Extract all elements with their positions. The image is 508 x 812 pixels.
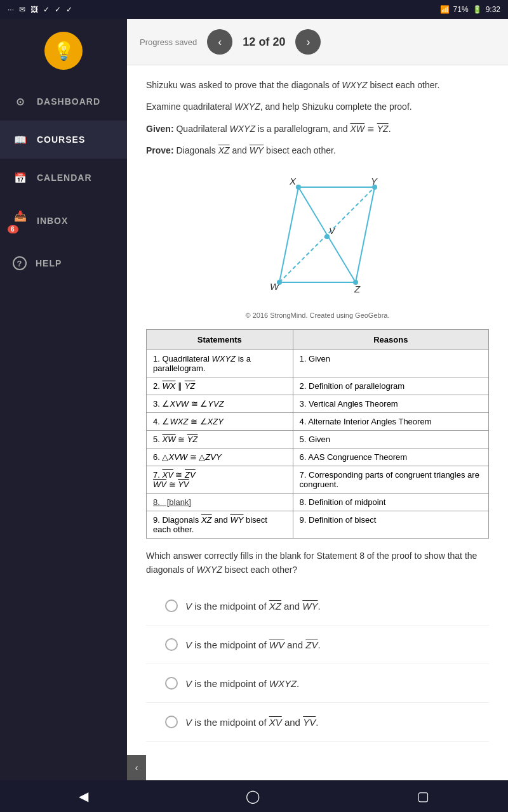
- check3-icon: ✓: [66, 5, 72, 14]
- table-row: 2. WX ∥ YZ 2. Definition of parallelogra…: [147, 377, 489, 395]
- sidebar-item-dashboard[interactable]: ⊙ DASHBOARD: [0, 82, 127, 121]
- reason-4: 4. Alternate Interior Angles Theorem: [293, 412, 488, 430]
- prove-text: Prove: Diagonals XZ and WY bisect each o…: [146, 143, 489, 157]
- radio-b[interactable]: [165, 638, 178, 651]
- calendar-icon: 📅: [13, 170, 28, 185]
- reason-8: 8. Definition of midpoint: [293, 493, 488, 511]
- prev-button[interactable]: ‹: [207, 29, 232, 55]
- option-b[interactable]: V is the midpoint of WV and ZV.: [146, 625, 489, 664]
- dashboard-icon: ⊙: [13, 94, 28, 109]
- sidebar-item-inbox[interactable]: 📥 6 INBOX: [0, 197, 127, 245]
- geometry-figure: X Y W Z V © 2016 StrongMind. Created usi…: [146, 168, 489, 319]
- lesson-content: Shizuku was asked to prove that the diag…: [127, 65, 508, 780]
- dots-icon: ···: [8, 5, 14, 14]
- svg-point-13: [372, 185, 377, 190]
- inbox-label: INBOX: [37, 216, 68, 226]
- statement-3: 3. ∠XVW ≅ ∠YVZ: [147, 395, 293, 412]
- status-left: ··· ✉ 🖼 ✓ ✓ ✓: [8, 5, 72, 14]
- option-a-text: V is the midpoint of XZ and WY.: [185, 601, 321, 612]
- progress-saved-text: Progress saved: [140, 37, 197, 47]
- wifi-icon: 📶: [440, 5, 450, 14]
- battery-level: 71%: [453, 5, 469, 14]
- statement-8: 8. [blank]: [147, 493, 293, 511]
- statement-4: 4. ∠WXZ ≅ ∠XZY: [147, 412, 293, 430]
- status-bar: ··· ✉ 🖼 ✓ ✓ ✓ 📶 71% 🔋 9:32: [0, 0, 508, 19]
- mail-icon: ✉: [19, 5, 25, 14]
- question-text: Which answer correctly fills in the blan…: [146, 549, 489, 577]
- reasons-header: Reasons: [293, 329, 488, 350]
- back-arrow-button[interactable]: ‹: [127, 755, 146, 780]
- recents-button[interactable]: ▢: [404, 783, 442, 809]
- courses-label: COURSES: [37, 134, 85, 145]
- statement-1: 1. Quadrilateral WXYZ is a parallelogram…: [147, 350, 293, 377]
- figure-caption: © 2016 StrongMind. Created using GeoGebr…: [245, 311, 389, 319]
- status-right: 📶 71% 🔋 9:32: [440, 5, 500, 14]
- courses-icon: 📖: [13, 132, 28, 147]
- bottom-nav: ◀ ◯ ▢: [0, 780, 508, 812]
- option-d[interactable]: V is the midpoint of XV and YV.: [146, 703, 489, 742]
- option-b-text: V is the midpoint of WV and ZV.: [185, 639, 321, 650]
- option-a[interactable]: V is the midpoint of XZ and WY.: [146, 587, 489, 625]
- table-row: 9. Diagonals XZ and WY bisect each other…: [147, 511, 489, 538]
- radio-d[interactable]: [165, 716, 178, 728]
- page-counter: 12 of 20: [243, 36, 285, 49]
- reason-7: 7. Corresponding parts of congruent tria…: [293, 466, 488, 493]
- inbox-badge: 6: [8, 225, 18, 233]
- inbox-icon: 📥: [13, 208, 28, 223]
- of-text: of: [258, 36, 269, 48]
- svg-point-12: [296, 185, 301, 190]
- check1-icon: ✓: [43, 5, 50, 14]
- svg-line-2: [356, 187, 375, 282]
- option-c-text: V is the midpoint of WXYZ.: [185, 678, 299, 689]
- time-display: 9:32: [486, 5, 500, 14]
- proof-table: Statements Reasons 1. Quadrilateral WXYZ…: [146, 329, 489, 539]
- reason-6: 6. AAS Congruence Theorem: [293, 448, 488, 466]
- reason-3: 3. Vertical Angles Theorem: [293, 395, 488, 412]
- radio-c[interactable]: [165, 677, 178, 690]
- given-text: Given: Quadrilateral WXYZ is a parallelo…: [146, 122, 489, 136]
- intro-text: Shizuku was asked to prove that the diag…: [146, 78, 489, 92]
- battery-icon: 🔋: [472, 5, 482, 14]
- option-d-text: V is the midpoint of XV and YV.: [185, 717, 318, 728]
- svg-point-15: [353, 280, 358, 285]
- table-row: 6. △XVW ≅ △ZVY 6. AAS Congruence Theorem: [147, 448, 489, 466]
- statement-6: 6. △XVW ≅ △ZVY: [147, 448, 293, 466]
- table-row: 7. XV ≅ ZVWV ≅ YV 7. Corresponding parts…: [147, 466, 489, 493]
- statements-header: Statements: [147, 329, 293, 350]
- reason-9: 9. Definition of bisect: [293, 511, 488, 538]
- table-row: 3. ∠XVW ≅ ∠YVZ 3. Vertical Angles Theore…: [147, 395, 489, 412]
- home-button[interactable]: ◯: [233, 783, 272, 809]
- table-row: 4. ∠WXZ ≅ ∠XZY 4. Alternate Interior Ang…: [147, 412, 489, 430]
- total-pages: 20: [272, 36, 285, 48]
- statement-5: 5. XW ≅ YZ: [147, 430, 293, 448]
- svg-line-0: [279, 187, 298, 282]
- help-icon: ?: [13, 256, 27, 270]
- reason-5: 5. Given: [293, 430, 488, 448]
- table-row: 8. [blank] 8. Definition of midpoint: [147, 493, 489, 511]
- logo-bulb: 💡: [44, 32, 83, 70]
- reason-1: 1. Given: [293, 350, 488, 377]
- sidebar-item-help[interactable]: ? HELP: [0, 245, 127, 282]
- svg-text:Z: Z: [354, 284, 361, 294]
- statement-7: 7. XV ≅ ZVWV ≅ YV: [147, 466, 293, 493]
- geometry-svg: X Y W Z V: [229, 168, 406, 308]
- image-icon: 🖼: [30, 5, 38, 14]
- table-row: 5. XW ≅ YZ 5. Given: [147, 430, 489, 448]
- svg-point-14: [277, 280, 282, 285]
- sidebar-item-calendar[interactable]: 📅 CALENDAR: [0, 159, 127, 197]
- back-button[interactable]: ◀: [66, 783, 101, 809]
- next-button[interactable]: ›: [295, 29, 321, 55]
- examine-text: Examine quadrilateral WXYZ, and help Shi…: [146, 100, 489, 114]
- statement-2: 2. WX ∥ YZ: [147, 377, 293, 395]
- dashboard-label: DASHBOARD: [37, 96, 100, 107]
- svg-text:X: X: [289, 176, 297, 187]
- calendar-label: CALENDAR: [37, 173, 92, 183]
- reason-2: 2. Definition of parallelogram: [293, 377, 488, 395]
- radio-a[interactable]: [165, 599, 178, 612]
- nav-bar: Progress saved ‹ 12 of 20 ›: [127, 19, 508, 65]
- option-c[interactable]: V is the midpoint of WXYZ.: [146, 664, 489, 703]
- sidebar-item-courses[interactable]: 📖 COURSES: [0, 121, 127, 159]
- current-page: 12: [243, 36, 255, 48]
- check2-icon: ✓: [55, 5, 61, 14]
- sidebar: 💡 ⊙ DASHBOARD 📖 COURSES 📅 CALENDAR 📥 6 I…: [0, 19, 127, 780]
